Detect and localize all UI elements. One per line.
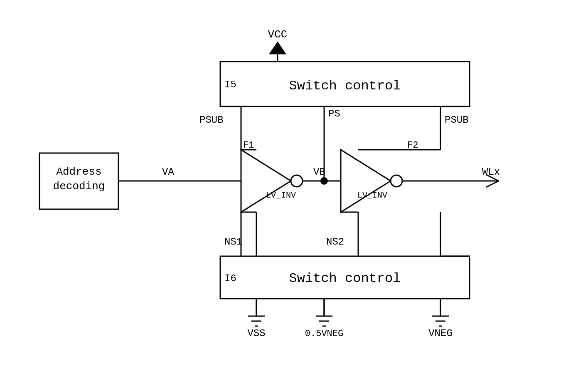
half-vneg-label: 0.5VNEG bbox=[305, 329, 343, 339]
f1-label: F1 bbox=[243, 140, 254, 151]
address-decoding-label: Address bbox=[56, 166, 101, 178]
right-inverter-bubble bbox=[391, 175, 402, 187]
wlx-label: WLx bbox=[482, 166, 500, 178]
vneg-label: VNEG bbox=[428, 328, 453, 339]
lv-inv-left-label: LV_INV bbox=[266, 190, 296, 200]
switch-control-bottom-label: Switch control bbox=[289, 271, 401, 286]
address-decoding-label2: decoding bbox=[53, 180, 105, 193]
psub-right-label: PSUB bbox=[445, 114, 469, 126]
f2-label: F2 bbox=[407, 140, 418, 151]
va-label: VA bbox=[162, 166, 174, 178]
vss-label: VSS bbox=[247, 328, 265, 339]
ps-label: PS bbox=[328, 108, 340, 119]
psub-left-label: PSUB bbox=[199, 114, 224, 126]
vcc-label: VCC bbox=[268, 28, 288, 41]
switch-control-top-label: Switch control bbox=[289, 78, 401, 94]
ps-junction-dot bbox=[320, 177, 328, 185]
vb-label: VB bbox=[313, 166, 325, 178]
i6-label: I6 bbox=[224, 273, 236, 284]
ns1-label: NS1 bbox=[224, 236, 242, 247]
ns2-label: NS2 bbox=[326, 236, 344, 247]
lv-inv-right-label: LV_INV bbox=[357, 190, 387, 200]
i5-label: I5 bbox=[224, 79, 236, 90]
left-inverter-bubble bbox=[291, 175, 303, 187]
